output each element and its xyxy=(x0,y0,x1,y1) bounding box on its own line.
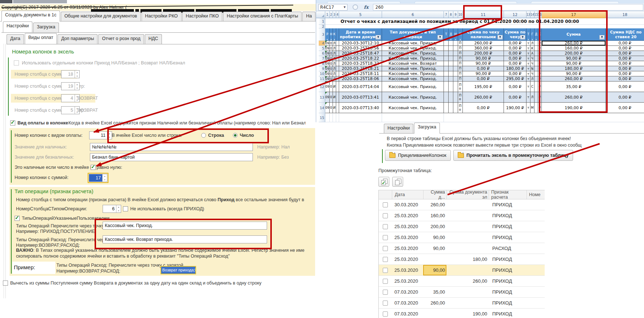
table-row[interactable]: 25.03.2020 90,00 РАСХОД xyxy=(379,243,545,254)
table-row-highlighted[interactable]: 25.03.2020 90,00 ПРИХОД xyxy=(379,265,545,276)
cell[interactable]: # xyxy=(538,82,542,92)
col-header[interactable]: 13 xyxy=(526,11,530,18)
name-box[interactable]: R4C17 ▼ xyxy=(318,4,347,11)
cell-check[interactable]: 0,00 ₽ xyxy=(504,46,526,51)
cell[interactable] xyxy=(336,66,339,71)
col-header[interactable]: 9 xyxy=(453,11,458,18)
cell-check[interactable]: 180,00 ₽ xyxy=(504,66,526,71)
cell-date[interactable]: 2020-03-25T18:22 xyxy=(339,61,382,66)
cell[interactable]: # xyxy=(538,92,542,103)
cell[interactable] xyxy=(453,76,458,82)
tab-create-docs[interactable]: Создать документы в 1с xyxy=(1,11,60,21)
cell-vat[interactable]: 0,00 ₽ xyxy=(606,92,644,103)
read-excel-button[interactable]: Прочитать эксель в промежуточную таблицу xyxy=(453,150,573,161)
cell[interactable] xyxy=(449,46,453,51)
row-checkbox[interactable] xyxy=(383,257,388,262)
cell[interactable] xyxy=(453,71,458,76)
cell[interactable] xyxy=(534,92,538,103)
cell[interactable]: Л xyxy=(333,41,336,46)
cell[interactable]: Л xyxy=(333,61,336,66)
cell-doc-type[interactable]: Кассовый чек. Приход. xyxy=(382,71,444,76)
cell-cash[interactable]: 0,00 ₽ xyxy=(463,103,504,113)
row-header[interactable]: 1 xyxy=(319,18,325,25)
header-cell[interactable] xyxy=(336,28,339,41)
col-header[interactable]: 4 xyxy=(336,11,339,18)
row-header[interactable]: 2 xyxy=(319,25,325,28)
cell[interactable] xyxy=(444,76,449,82)
cell[interactable]: 09 xyxy=(325,46,330,51)
cell[interactable]: 0 xyxy=(330,56,333,61)
row-header[interactable]: 3 xyxy=(319,28,325,41)
cell[interactable]: 09 xyxy=(325,56,330,61)
col-header[interactable]: 16 xyxy=(538,11,542,18)
cell[interactable]: Ч xyxy=(530,56,534,61)
cell[interactable]: 09 xyxy=(325,61,330,66)
cell-check[interactable]: 0,00 ₽ xyxy=(504,92,526,103)
col-header[interactable]: 7 xyxy=(444,11,449,18)
cell[interactable]: С xyxy=(530,82,534,92)
cell-vat[interactable]: 0,00 ₽ xyxy=(606,56,644,61)
cell-sum[interactable]: 190,00 ₽ xyxy=(542,103,606,113)
cell[interactable]: 09 xyxy=(325,103,330,113)
row-header[interactable]: 8 xyxy=(319,61,325,66)
header-sum-doc[interactable]: Сумма д... xyxy=(423,190,446,199)
use-separate-columns-checkbox[interactable] xyxy=(14,60,19,65)
col-header-17-selected[interactable]: 17 xyxy=(542,11,606,18)
cell[interactable] xyxy=(449,56,453,61)
header-sum-doc-el[interactable]: Сумма документа эл xyxy=(446,190,489,199)
cell[interactable]: 0 xyxy=(330,103,333,113)
cell-doc-type[interactable]: Кассовый чек. Приход. xyxy=(382,51,444,56)
cell[interactable] xyxy=(534,56,538,61)
cell[interactable]: т xyxy=(526,82,530,92)
col-header[interactable]: 3 xyxy=(333,11,336,18)
header-cell[interactable]: Д xyxy=(534,28,538,41)
cell[interactable]: # xyxy=(538,76,542,82)
row-header[interactable]: 12 xyxy=(319,82,325,92)
cell[interactable]: N xyxy=(530,66,534,71)
cell[interactable]: 0 xyxy=(330,66,333,71)
cell[interactable]: Л xyxy=(333,71,336,76)
cell-vat[interactable]: 0,00 ₽ xyxy=(606,61,644,66)
cell-cash[interactable]: 200,00 ₽ xyxy=(463,51,504,56)
table-row[interactable]: 25.03.2020 180,00 ПРИХОД xyxy=(379,254,545,265)
sum-col-input[interactable]: 17 xyxy=(89,174,107,182)
cell-cash[interactable]: 260,00 ₽ xyxy=(463,41,504,46)
table-row[interactable]: 25.03.2020 160,00 ПРИХОД xyxy=(379,210,545,221)
cell-vat[interactable]: 0,00 ₽ xyxy=(606,46,644,51)
cell[interactable] xyxy=(333,113,336,122)
cell[interactable]: И xyxy=(333,92,336,103)
header-cell[interactable]: Н xyxy=(330,28,333,41)
cell-check[interactable]: 0,00 ₽ xyxy=(504,41,526,46)
cell-flag[interactable]: П о xyxy=(458,82,463,92)
table-row[interactable]: 30.03.2020 260,00 ПРИХОД xyxy=(379,199,545,210)
cell[interactable] xyxy=(325,113,330,122)
row-checkbox[interactable] xyxy=(383,224,388,229)
cell[interactable]: Л xyxy=(530,92,534,103)
tab-retail-report[interactable]: Отчет о розн прод xyxy=(98,34,144,44)
cell[interactable]: 0 xyxy=(330,76,333,82)
cell-check[interactable]: 0,00 ₽ xyxy=(504,71,526,76)
row-header[interactable]: 7 xyxy=(319,56,325,61)
cell[interactable]: Л xyxy=(333,46,336,51)
cell-date[interactable]: 2020-03-30T12:10 xyxy=(339,41,382,46)
cell[interactable]: т xyxy=(526,41,530,46)
cell-vat[interactable]: 0,00 ₽ xyxy=(606,66,644,71)
filter-icon[interactable] xyxy=(599,35,605,40)
cell-sum[interactable]: 200,00 ₽ xyxy=(542,51,606,56)
dont-use-checkbox[interactable] xyxy=(123,206,128,211)
cell[interactable]: Л xyxy=(530,76,534,82)
cell[interactable] xyxy=(449,66,453,71)
table-row[interactable]: 07.03.2020 190,00 ПРИХОД xyxy=(379,309,545,318)
cell-check[interactable]: 0,00 ₽ xyxy=(504,82,526,92)
cell-check[interactable]: 0,00 ₽ xyxy=(504,51,526,56)
cell[interactable] xyxy=(339,113,382,122)
cell-doc-type[interactable]: Кассовый чек. Приход. xyxy=(382,92,444,103)
cell[interactable]: И xyxy=(333,82,336,92)
cell[interactable]: # xyxy=(538,56,542,61)
radio-string[interactable] xyxy=(201,133,206,138)
tab-date[interactable]: Дата xyxy=(7,34,24,44)
header-doc-type[interactable]: Тип документа и тип операци xyxy=(382,28,444,41)
cell-doc-type[interactable]: Кассовый чек. Приход. xyxy=(382,46,444,51)
cell[interactable] xyxy=(444,41,449,46)
cell[interactable]: Ч xyxy=(530,71,534,76)
